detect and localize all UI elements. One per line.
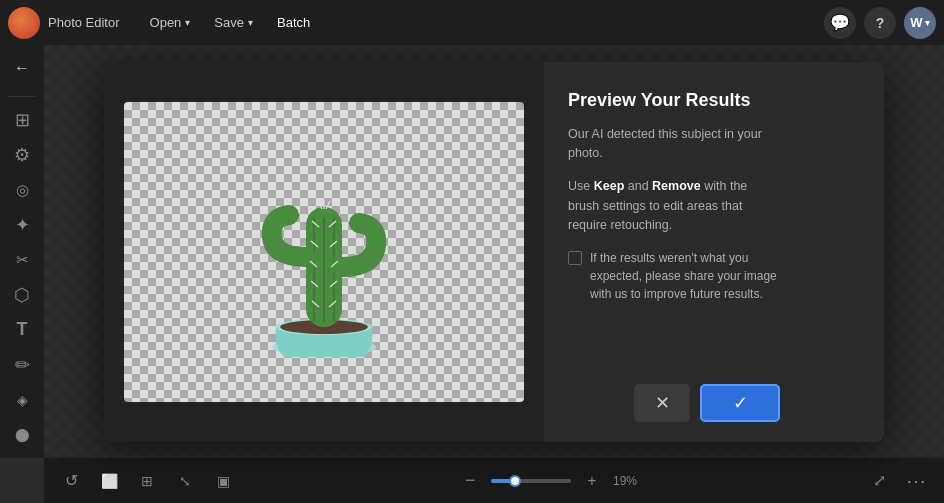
sidebar-adjustments-btn[interactable]: ⚙ xyxy=(4,140,40,171)
share-checkbox[interactable] xyxy=(568,251,582,265)
sidebar-layers-btn[interactable]: ⊞ xyxy=(4,105,40,136)
cancel-button[interactable]: ✕ xyxy=(634,384,690,422)
cactus-svg xyxy=(234,127,414,377)
menu-save[interactable]: Save ▾ xyxy=(204,9,263,36)
preview-side xyxy=(104,62,544,442)
zoom-controls: − + 19% xyxy=(455,466,647,496)
frame-button[interactable]: ⬜ xyxy=(94,466,124,496)
more-button[interactable]: ⋯ xyxy=(902,466,932,496)
zoom-slider[interactable] xyxy=(491,479,571,483)
sidebar-filter-btn[interactable]: ◎ xyxy=(4,175,40,206)
modal-overlay: Preview Your Results Our AI detected thi… xyxy=(44,45,944,458)
canvas-button[interactable]: ▣ xyxy=(208,466,238,496)
undo-icon: ↺ xyxy=(65,471,78,490)
share-label: If the results weren't what you expected… xyxy=(590,249,780,303)
modal-description2: Use Keep and Remove with the brush setti… xyxy=(568,177,780,235)
bottombar: ↺ ⬜ ⊞ ⤡ ▣ − + 19% ⤢ ⋯ xyxy=(44,458,944,503)
confirm-icon: ✓ xyxy=(733,392,748,414)
zoom-in-icon: + xyxy=(587,472,596,490)
layers-icon: ⊞ xyxy=(15,109,30,131)
topbar: Photo Editor Open ▾ Save ▾ Batch 💬 ? W ▾ xyxy=(0,0,944,45)
remove-word: Remove xyxy=(652,179,701,193)
share-checkbox-row: If the results weren't what you expected… xyxy=(568,249,780,303)
modal-dialog: Preview Your Results Our AI detected thi… xyxy=(104,62,884,442)
save-chevron-icon: ▾ xyxy=(248,17,253,28)
cactus-image xyxy=(124,102,524,402)
topbar-right: 💬 ? W ▾ xyxy=(824,7,936,39)
info-side: Preview Your Results Our AI detected thi… xyxy=(544,62,804,442)
more-icon: ⋯ xyxy=(906,469,928,493)
chat-icon: 💬 xyxy=(830,13,850,32)
app-logo xyxy=(8,7,40,39)
topbar-menu: Open ▾ Save ▾ Batch xyxy=(140,9,824,36)
sidebar-selection-btn[interactable]: ◈ xyxy=(4,384,40,415)
confirm-button[interactable]: ✓ xyxy=(700,384,780,422)
undo-button[interactable]: ↺ xyxy=(56,466,86,496)
grid-button[interactable]: ⊞ xyxy=(132,466,162,496)
menu-open[interactable]: Open ▾ xyxy=(140,9,201,36)
filter-icon: ◎ xyxy=(16,181,29,199)
sidebar: ← ⊞ ⚙ ◎ ✦ ✂ ⬡ T ✏ ◈ ⬤ xyxy=(0,45,44,458)
avatar-chevron-icon: ▾ xyxy=(925,18,930,28)
zoom-percent: 19% xyxy=(613,474,647,488)
open-chevron-icon: ▾ xyxy=(185,17,190,28)
sidebar-divider xyxy=(8,96,36,97)
zoom-out-icon: − xyxy=(465,470,476,491)
sidebar-spot-btn[interactable]: ⬤ xyxy=(4,419,40,450)
expand-icon: ⤡ xyxy=(179,473,191,489)
modal-description1: Our AI detected this subject in your pho… xyxy=(568,125,780,164)
back-button[interactable]: ← xyxy=(4,53,40,84)
menu-batch[interactable]: Batch xyxy=(267,9,320,36)
cutout-icon: ✂ xyxy=(16,251,29,269)
keep-word: Keep xyxy=(594,179,625,193)
chat-button[interactable]: 💬 xyxy=(824,7,856,39)
selection-icon: ◈ xyxy=(17,392,28,408)
sidebar-brush-btn[interactable]: ✏ xyxy=(4,349,40,380)
help-icon: ? xyxy=(876,15,885,31)
user-avatar[interactable]: W ▾ xyxy=(904,7,936,39)
shapes-icon: ⬡ xyxy=(14,284,30,306)
preview-canvas xyxy=(124,102,524,402)
spot-healing-icon: ⬤ xyxy=(15,427,30,442)
sidebar-effects-btn[interactable]: ✦ xyxy=(4,210,40,241)
modal-title: Preview Your Results xyxy=(568,90,780,111)
cancel-icon: ✕ xyxy=(655,392,670,414)
back-arrow-icon: ← xyxy=(14,59,30,77)
expand-button[interactable]: ⤡ xyxy=(170,466,200,496)
brush-icon: ✏ xyxy=(15,354,30,376)
modal-buttons: ✕ ✓ xyxy=(568,384,780,422)
sidebar-text-btn[interactable]: T xyxy=(4,314,40,345)
grid-icon: ⊞ xyxy=(141,473,153,489)
adjustments-icon: ⚙ xyxy=(14,144,30,166)
fullscreen-button[interactable]: ⤢ xyxy=(864,466,894,496)
zoom-out-button[interactable]: − xyxy=(455,466,485,496)
app-name: Photo Editor xyxy=(48,15,120,30)
canvas-icon: ▣ xyxy=(217,473,230,489)
help-button[interactable]: ? xyxy=(864,7,896,39)
frame-icon: ⬜ xyxy=(101,473,118,489)
fullscreen-icon: ⤢ xyxy=(873,471,886,490)
sidebar-cutout-btn[interactable]: ✂ xyxy=(4,244,40,275)
sidebar-shapes-btn[interactable]: ⬡ xyxy=(4,279,40,310)
text-icon: T xyxy=(17,319,28,340)
zoom-in-button[interactable]: + xyxy=(577,466,607,496)
zoom-slider-thumb xyxy=(509,475,521,487)
effects-icon: ✦ xyxy=(15,214,30,236)
